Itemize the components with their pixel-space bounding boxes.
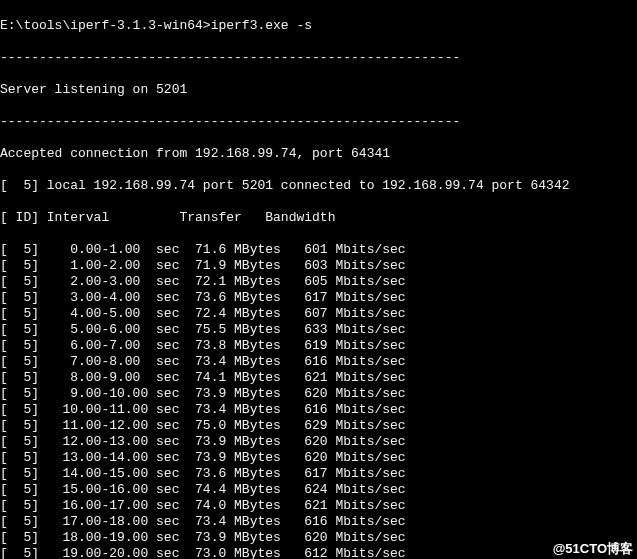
table-row: [ 5] 2.00-3.00 sec 72.1 MBytes 605 Mbits… — [0, 274, 637, 290]
table-row: [ 5] 18.00-19.00 sec 73.9 MBytes 620 Mbi… — [0, 530, 637, 546]
table-header: [ ID] Interval Transfer Bandwidth — [0, 210, 637, 226]
listening-line-1: Server listening on 5201 — [0, 82, 637, 98]
table-row: [ 5] 6.00-7.00 sec 73.8 MBytes 619 Mbits… — [0, 338, 637, 354]
table-row: [ 5] 1.00-2.00 sec 71.9 MBytes 603 Mbits… — [0, 258, 637, 274]
command-prompt-line: E:\tools\iperf-3.1.3-win64>iperf3.exe -s — [0, 18, 637, 34]
terminal-output[interactable]: E:\tools\iperf-3.1.3-win64>iperf3.exe -s… — [0, 0, 637, 559]
accepted-line: Accepted connection from 192.168.99.74, … — [0, 146, 637, 162]
table-row: [ 5] 10.00-11.00 sec 73.4 MBytes 616 Mbi… — [0, 402, 637, 418]
hr-2: ----------------------------------------… — [0, 114, 637, 130]
table-row: [ 5] 9.00-10.00 sec 73.9 MBytes 620 Mbit… — [0, 386, 637, 402]
table-row: [ 5] 7.00-8.00 sec 73.4 MBytes 616 Mbits… — [0, 354, 637, 370]
table-row: [ 5] 14.00-15.00 sec 73.6 MBytes 617 Mbi… — [0, 466, 637, 482]
table-row: [ 5] 13.00-14.00 sec 73.9 MBytes 620 Mbi… — [0, 450, 637, 466]
table-row: [ 5] 0.00-1.00 sec 71.6 MBytes 601 Mbits… — [0, 242, 637, 258]
table-row: [ 5] 12.00-13.00 sec 73.9 MBytes 620 Mbi… — [0, 434, 637, 450]
table-row: [ 5] 4.00-5.00 sec 72.4 MBytes 607 Mbits… — [0, 306, 637, 322]
table-row: [ 5] 11.00-12.00 sec 75.0 MBytes 629 Mbi… — [0, 418, 637, 434]
table-row: [ 5] 17.00-18.00 sec 73.4 MBytes 616 Mbi… — [0, 514, 637, 530]
watermark: @51CTO博客 — [553, 541, 633, 557]
table-row: [ 5] 15.00-16.00 sec 74.4 MBytes 624 Mbi… — [0, 482, 637, 498]
table-row: [ 5] 16.00-17.00 sec 74.0 MBytes 621 Mbi… — [0, 498, 637, 514]
table-row: [ 5] 19.00-20.00 sec 73.0 MBytes 612 Mbi… — [0, 546, 637, 559]
table-row: [ 5] 8.00-9.00 sec 74.1 MBytes 621 Mbits… — [0, 370, 637, 386]
hr-top: ----------------------------------------… — [0, 50, 637, 66]
table-row: [ 5] 3.00-4.00 sec 73.6 MBytes 617 Mbits… — [0, 290, 637, 306]
connected-line: [ 5] local 192.168.99.74 port 5201 conne… — [0, 178, 637, 194]
table-row: [ 5] 5.00-6.00 sec 75.5 MBytes 633 Mbits… — [0, 322, 637, 338]
